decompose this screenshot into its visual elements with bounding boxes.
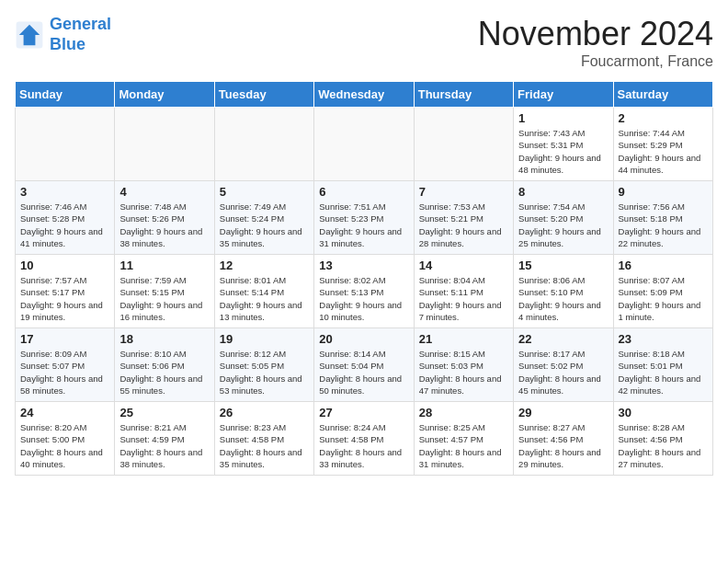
- calendar-day-cell: [115, 108, 214, 181]
- day-number: 12: [220, 259, 309, 272]
- calendar-day-cell: 27Sunrise: 8:24 AM Sunset: 4:58 PM Dayli…: [314, 402, 414, 476]
- day-info: Sunrise: 8:15 AM Sunset: 5:03 PM Dayligh…: [419, 348, 508, 396]
- day-number: 20: [319, 332, 408, 346]
- day-info: Sunrise: 8:06 AM Sunset: 5:10 PM Dayligh…: [518, 274, 608, 323]
- day-info: Sunrise: 8:12 AM Sunset: 5:05 PM Dayligh…: [220, 348, 309, 396]
- calendar-day-cell: 24Sunrise: 8:20 AM Sunset: 5:00 PM Dayli…: [16, 402, 115, 476]
- calendar-header-cell: Thursday: [414, 82, 513, 108]
- calendar-day-cell: 7Sunrise: 7:53 AM Sunset: 5:21 PM Daylig…: [414, 181, 513, 255]
- calendar-table: SundayMondayTuesdayWednesdayThursdayFrid…: [15, 81, 713, 476]
- calendar-day-cell: 10Sunrise: 7:57 AM Sunset: 5:17 PM Dayli…: [16, 255, 115, 328]
- logo-text: General Blue: [50, 15, 111, 54]
- day-info: Sunrise: 7:48 AM Sunset: 5:26 PM Dayligh…: [119, 201, 209, 249]
- calendar-day-cell: 17Sunrise: 8:09 AM Sunset: 5:07 PM Dayli…: [16, 328, 115, 402]
- day-info: Sunrise: 8:21 AM Sunset: 4:59 PM Dayligh…: [119, 421, 209, 470]
- calendar-header-cell: Saturday: [613, 82, 712, 108]
- day-number: 21: [419, 332, 508, 346]
- calendar-header-cell: Sunday: [16, 82, 115, 108]
- day-number: 9: [619, 185, 708, 199]
- calendar-day-cell: 1Sunrise: 7:43 AM Sunset: 5:31 PM Daylig…: [514, 108, 613, 181]
- day-info: Sunrise: 8:10 AM Sunset: 5:06 PM Dayligh…: [119, 348, 209, 396]
- day-number: 30: [619, 406, 708, 419]
- calendar-day-cell: 9Sunrise: 7:56 AM Sunset: 5:18 PM Daylig…: [613, 181, 712, 255]
- day-number: 3: [20, 185, 109, 199]
- day-info: Sunrise: 8:28 AM Sunset: 4:56 PM Dayligh…: [619, 421, 708, 470]
- day-number: 15: [518, 259, 608, 272]
- calendar-header-cell: Wednesday: [314, 82, 414, 108]
- day-info: Sunrise: 7:57 AM Sunset: 5:17 PM Dayligh…: [20, 274, 109, 323]
- day-info: Sunrise: 8:18 AM Sunset: 5:01 PM Dayligh…: [619, 348, 708, 396]
- calendar-day-cell: 28Sunrise: 8:25 AM Sunset: 4:57 PM Dayli…: [414, 402, 513, 476]
- calendar-week-row: 10Sunrise: 7:57 AM Sunset: 5:17 PM Dayli…: [16, 255, 713, 328]
- day-number: 22: [518, 332, 608, 346]
- calendar-day-cell: 11Sunrise: 7:59 AM Sunset: 5:15 PM Dayli…: [115, 255, 214, 328]
- day-number: 17: [20, 332, 109, 346]
- calendar-week-row: 3Sunrise: 7:46 AM Sunset: 5:28 PM Daylig…: [16, 181, 713, 255]
- calendar-day-cell: 3Sunrise: 7:46 AM Sunset: 5:28 PM Daylig…: [16, 181, 115, 255]
- calendar-header-cell: Friday: [514, 82, 613, 108]
- day-info: Sunrise: 7:44 AM Sunset: 5:29 PM Dayligh…: [619, 127, 708, 176]
- logo-line1: General: [50, 15, 111, 33]
- day-number: 29: [518, 406, 608, 419]
- day-info: Sunrise: 7:56 AM Sunset: 5:18 PM Dayligh…: [619, 201, 708, 249]
- calendar-day-cell: 14Sunrise: 8:04 AM Sunset: 5:11 PM Dayli…: [414, 255, 513, 328]
- day-info: Sunrise: 8:20 AM Sunset: 5:00 PM Dayligh…: [20, 421, 109, 470]
- day-number: 5: [220, 185, 309, 199]
- day-info: Sunrise: 7:59 AM Sunset: 5:15 PM Dayligh…: [119, 274, 209, 323]
- day-number: 18: [119, 332, 209, 346]
- day-info: Sunrise: 8:09 AM Sunset: 5:07 PM Dayligh…: [20, 348, 109, 396]
- calendar-day-cell: 12Sunrise: 8:01 AM Sunset: 5:14 PM Dayli…: [214, 255, 313, 328]
- day-info: Sunrise: 7:51 AM Sunset: 5:23 PM Dayligh…: [319, 201, 408, 249]
- calendar-header-cell: Monday: [115, 82, 214, 108]
- calendar-day-cell: 16Sunrise: 8:07 AM Sunset: 5:09 PM Dayli…: [613, 255, 712, 328]
- day-info: Sunrise: 7:53 AM Sunset: 5:21 PM Dayligh…: [419, 201, 508, 249]
- title-section: November 2024 Foucarmont, France: [478, 15, 713, 70]
- header: General Blue November 2024 Foucarmont, F…: [15, 15, 713, 70]
- calendar-day-cell: 23Sunrise: 8:18 AM Sunset: 5:01 PM Dayli…: [613, 328, 712, 402]
- day-info: Sunrise: 8:02 AM Sunset: 5:13 PM Dayligh…: [319, 274, 408, 323]
- calendar-day-cell: 4Sunrise: 7:48 AM Sunset: 5:26 PM Daylig…: [115, 181, 214, 255]
- logo-line2: Blue: [50, 35, 85, 53]
- day-number: 23: [619, 332, 708, 346]
- calendar-week-row: 24Sunrise: 8:20 AM Sunset: 5:00 PM Dayli…: [16, 402, 713, 476]
- day-number: 1: [518, 111, 608, 125]
- day-number: 7: [419, 185, 508, 199]
- day-info: Sunrise: 7:43 AM Sunset: 5:31 PM Dayligh…: [518, 127, 608, 176]
- day-info: Sunrise: 8:24 AM Sunset: 4:58 PM Dayligh…: [319, 421, 408, 470]
- calendar-day-cell: 2Sunrise: 7:44 AM Sunset: 5:29 PM Daylig…: [613, 108, 712, 181]
- calendar-day-cell: [214, 108, 313, 181]
- calendar-day-cell: 5Sunrise: 7:49 AM Sunset: 5:24 PM Daylig…: [214, 181, 313, 255]
- calendar-day-cell: [414, 108, 513, 181]
- calendar-day-cell: 30Sunrise: 8:28 AM Sunset: 4:56 PM Dayli…: [613, 402, 712, 476]
- day-number: 26: [220, 406, 309, 419]
- day-info: Sunrise: 8:01 AM Sunset: 5:14 PM Dayligh…: [220, 274, 309, 323]
- day-info: Sunrise: 7:49 AM Sunset: 5:24 PM Dayligh…: [220, 201, 309, 249]
- calendar-day-cell: 13Sunrise: 8:02 AM Sunset: 5:13 PM Dayli…: [314, 255, 414, 328]
- day-number: 13: [319, 259, 408, 272]
- calendar-day-cell: 6Sunrise: 7:51 AM Sunset: 5:23 PM Daylig…: [314, 181, 414, 255]
- day-number: 11: [119, 259, 209, 272]
- calendar-day-cell: 22Sunrise: 8:17 AM Sunset: 5:02 PM Dayli…: [514, 328, 613, 402]
- day-info: Sunrise: 7:54 AM Sunset: 5:20 PM Dayligh…: [518, 201, 608, 249]
- day-info: Sunrise: 8:14 AM Sunset: 5:04 PM Dayligh…: [319, 348, 408, 396]
- calendar-day-cell: 20Sunrise: 8:14 AM Sunset: 5:04 PM Dayli…: [314, 328, 414, 402]
- calendar-day-cell: 29Sunrise: 8:27 AM Sunset: 4:56 PM Dayli…: [514, 402, 613, 476]
- day-number: 24: [20, 406, 109, 419]
- day-number: 28: [419, 406, 508, 419]
- calendar-day-cell: 19Sunrise: 8:12 AM Sunset: 5:05 PM Dayli…: [214, 328, 313, 402]
- calendar-header-cell: Tuesday: [214, 82, 313, 108]
- calendar-day-cell: 26Sunrise: 8:23 AM Sunset: 4:58 PM Dayli…: [214, 402, 313, 476]
- calendar-week-row: 1Sunrise: 7:43 AM Sunset: 5:31 PM Daylig…: [16, 108, 713, 181]
- location-title: Foucarmont, France: [478, 53, 713, 70]
- calendar-week-row: 17Sunrise: 8:09 AM Sunset: 5:07 PM Dayli…: [16, 328, 713, 402]
- calendar-body: 1Sunrise: 7:43 AM Sunset: 5:31 PM Daylig…: [16, 108, 713, 476]
- calendar-header-row: SundayMondayTuesdayWednesdayThursdayFrid…: [16, 82, 713, 108]
- calendar-day-cell: 25Sunrise: 8:21 AM Sunset: 4:59 PM Dayli…: [115, 402, 214, 476]
- month-title: November 2024: [478, 15, 713, 53]
- day-number: 27: [319, 406, 408, 419]
- calendar-day-cell: 21Sunrise: 8:15 AM Sunset: 5:03 PM Dayli…: [414, 328, 513, 402]
- day-number: 4: [119, 185, 209, 199]
- day-info: Sunrise: 8:17 AM Sunset: 5:02 PM Dayligh…: [518, 348, 608, 396]
- day-number: 2: [619, 111, 708, 125]
- day-info: Sunrise: 8:25 AM Sunset: 4:57 PM Dayligh…: [419, 421, 508, 470]
